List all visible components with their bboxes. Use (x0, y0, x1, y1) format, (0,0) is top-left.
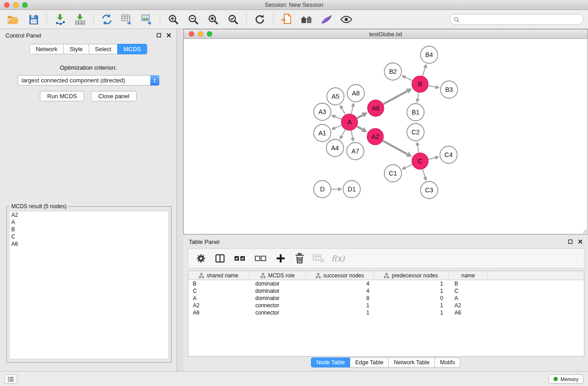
run-mcds-button[interactable]: Run MCDS (40, 91, 84, 101)
graph-node-C2[interactable]: C2 (407, 124, 424, 141)
graph-node-A2[interactable]: A2 (367, 129, 383, 145)
result-list-item[interactable]: B (10, 226, 168, 233)
zoom-window-icon[interactable] (22, 2, 28, 8)
graph-edge[interactable] (357, 126, 363, 129)
zoom-out-icon[interactable] (186, 13, 200, 26)
graph-edge[interactable] (335, 117, 341, 119)
memory-button[interactable]: Memory (549, 374, 583, 384)
graph-edge[interactable] (423, 68, 425, 76)
float-panel-icon[interactable] (157, 33, 161, 38)
graph-edge[interactable] (423, 169, 425, 177)
graph-node-A5[interactable]: A5 (327, 88, 344, 105)
close-table-panel-icon[interactable] (578, 239, 583, 244)
apply-layout-icon[interactable] (253, 13, 267, 26)
export-image-icon[interactable] (140, 13, 153, 26)
save-session-icon[interactable] (27, 13, 40, 26)
graph-edge[interactable] (351, 106, 353, 114)
close-view-icon[interactable] (189, 31, 194, 37)
graph-edge[interactable] (342, 108, 345, 114)
graph-node-B4[interactable]: B4 (421, 46, 438, 63)
graph-edge[interactable] (383, 91, 407, 104)
graph-node-D[interactable]: D (314, 181, 331, 198)
zoom-in-icon[interactable] (167, 13, 180, 26)
table-row[interactable]: Cdominator41C (188, 287, 584, 295)
graph-edge[interactable] (429, 158, 435, 159)
table-row[interactable]: Adominator80A (188, 295, 584, 302)
graph-node-A6[interactable]: A6 (368, 100, 384, 116)
search-input[interactable] (462, 16, 579, 23)
export-network-icon[interactable] (100, 13, 114, 26)
graph-edge[interactable] (342, 130, 345, 136)
open-session-icon[interactable] (7, 13, 20, 26)
import-network-icon[interactable] (53, 13, 67, 26)
delete-table-icon[interactable] (312, 252, 325, 265)
tab-node-table[interactable]: Node Table (311, 357, 350, 367)
graph-node-A4[interactable]: A4 (326, 139, 344, 157)
column-header-successor-nodes[interactable]: successor nodes (306, 271, 374, 280)
graph-node-B3[interactable]: B3 (440, 81, 458, 98)
zoom-selected-icon[interactable] (226, 13, 240, 26)
export-document-icon[interactable] (280, 13, 293, 26)
graph-node-C1[interactable]: C1 (384, 165, 402, 182)
resize-grip-icon[interactable] (582, 228, 587, 234)
graph-edge[interactable] (351, 131, 353, 138)
graph-node-B[interactable]: B (412, 76, 428, 92)
select-all-rows-icon[interactable] (233, 252, 247, 265)
column-header-name[interactable]: name (449, 271, 488, 280)
table-row[interactable]: Bdominator41B (188, 280, 584, 287)
zoom-view-icon[interactable] (207, 31, 212, 37)
tab-network-table[interactable]: Network Table (388, 357, 435, 367)
show-column-icon[interactable] (214, 252, 226, 265)
graph-edge[interactable] (383, 141, 407, 154)
graph-edge[interactable] (418, 93, 419, 99)
tab-select[interactable]: Select (89, 44, 118, 54)
graph-node-D1[interactable]: D1 (343, 181, 360, 198)
close-panel-icon[interactable] (167, 33, 171, 38)
table-settings-gear-icon[interactable] (195, 252, 207, 265)
import-table-icon[interactable] (73, 13, 87, 26)
result-list-item[interactable]: A (10, 219, 168, 226)
function-builder-icon[interactable]: f(x) (331, 254, 344, 263)
graph-edge[interactable] (335, 125, 342, 128)
task-history-button[interactable] (5, 374, 17, 384)
tab-style[interactable]: Style (63, 44, 89, 54)
minimize-window-icon[interactable] (13, 2, 19, 8)
delete-row-trash-icon[interactable] (293, 252, 306, 265)
graph-edge[interactable] (405, 77, 412, 81)
table-row[interactable]: A6connector11A6 (188, 309, 584, 316)
float-table-panel-icon[interactable] (568, 239, 573, 244)
close-window-icon[interactable] (4, 2, 10, 8)
graph-node-A1[interactable]: A1 (314, 124, 331, 142)
export-table-icon[interactable] (120, 13, 134, 26)
graph-node-A8[interactable]: A8 (347, 85, 364, 102)
graph-node-A3[interactable]: A3 (314, 103, 331, 120)
graph-edge[interactable] (357, 115, 363, 118)
graph-node-A[interactable]: A (341, 114, 358, 130)
graph-edge[interactable] (429, 86, 436, 87)
graph-node-A7[interactable]: A7 (347, 143, 364, 160)
tab-motifs[interactable]: Motifs (435, 357, 460, 367)
graph-node-C4[interactable]: C4 (440, 146, 457, 163)
graph-node-C3[interactable]: C3 (421, 181, 438, 199)
column-header-predecessor-nodes[interactable]: predecessor nodes (374, 271, 449, 280)
network-canvas[interactable]: B4B2BB3A8A5A6B1A3AC2A1A2A4A7C4CC1C3DD1 (184, 39, 588, 234)
graph-node-C[interactable]: C (412, 153, 428, 169)
deselect-all-rows-icon[interactable] (253, 252, 268, 265)
column-header-mcds-role[interactable]: MCDS role (249, 271, 306, 280)
column-header-shared-name[interactable]: shared name (188, 271, 249, 280)
graph-node-B1[interactable]: B1 (407, 104, 424, 121)
result-list-item[interactable]: C (10, 233, 168, 240)
optimization-criterion-select[interactable]: largest connected component (directed) ▲… (18, 75, 159, 86)
tab-network[interactable]: Network (29, 44, 64, 54)
add-row-icon[interactable] (274, 252, 287, 265)
tab-mcds[interactable]: MCDS (117, 44, 147, 54)
result-list-item[interactable]: A6 (10, 240, 168, 248)
home-view-icon[interactable] (300, 13, 313, 26)
graph-node-B2[interactable]: B2 (384, 63, 402, 80)
graph-edge[interactable] (405, 165, 412, 168)
graph-edge[interactable] (418, 146, 419, 153)
table-row[interactable]: A2connector11A2 (188, 302, 584, 309)
minimize-view-icon[interactable] (198, 31, 203, 37)
show-hide-graphics-icon[interactable] (339, 13, 353, 26)
close-panel-button[interactable]: Close panel (91, 91, 137, 101)
